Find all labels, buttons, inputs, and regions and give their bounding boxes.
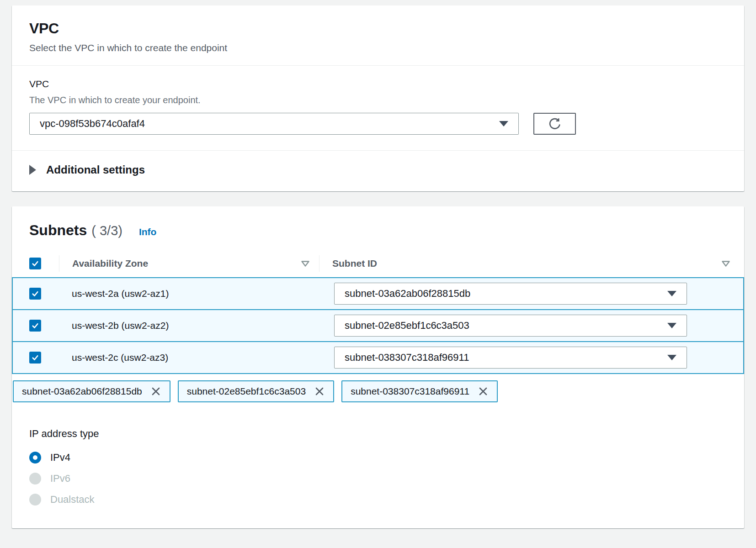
vpc-select-value: vpc-098f53b674c0afaf4: [40, 118, 145, 130]
availability-zone-cell: us-west-2a (usw2-az1): [59, 288, 319, 299]
check-icon: [31, 353, 39, 362]
check-icon: [31, 259, 39, 268]
dismiss-token-button[interactable]: [478, 386, 489, 397]
additional-settings-label: Additional settings: [46, 163, 145, 176]
radio-label-ipv6: IPv6: [50, 473, 70, 485]
row-checkbox[interactable]: [29, 352, 41, 364]
radio-disabled-icon: [29, 494, 41, 506]
ip-address-type-label: IP address type: [29, 428, 727, 440]
subnets-count: ( 3/3): [91, 223, 122, 238]
close-icon: [478, 386, 489, 397]
subnet-id-select[interactable]: subnet-038307c318af96911: [334, 347, 687, 369]
info-link[interactable]: Info: [139, 227, 156, 237]
chevron-down-icon: [667, 291, 676, 296]
subnets-table-header: Availability Zone Subnet ID: [12, 249, 744, 278]
row-checkbox[interactable]: [29, 320, 41, 332]
subnets-table-rows: us-west-2a (usw2-az1) subnet-03a62ab06f2…: [12, 278, 744, 374]
sort-icon[interactable]: [301, 260, 310, 267]
column-header-subnet-id: Subnet ID: [332, 258, 377, 269]
subnet-token: subnet-03a62ab06f28815db: [13, 380, 170, 402]
subnet-token-label: subnet-02e85ebf1c6c3a503: [187, 386, 306, 397]
select-all-checkbox[interactable]: [29, 258, 41, 269]
check-icon: [31, 321, 39, 330]
sort-icon[interactable]: [721, 260, 730, 267]
radio-option-dualstack: Dualstack: [29, 489, 727, 510]
vpc-select[interactable]: vpc-098f53b674c0afaf4: [29, 113, 519, 135]
chevron-down-icon: [667, 355, 676, 360]
radio-label-dualstack: Dualstack: [50, 494, 95, 506]
subnet-token-group: subnet-03a62ab06f28815db subnet-02e85ebf…: [13, 380, 744, 402]
refresh-button[interactable]: [533, 113, 576, 135]
subnet-id-select[interactable]: subnet-03a62ab06f28815db: [334, 283, 687, 305]
vpc-card-subtitle: Select the VPC in which to create the en…: [29, 42, 727, 53]
table-row: us-west-2a (usw2-az1) subnet-03a62ab06f2…: [12, 277, 744, 310]
subnets-card-header: Subnets( 3/3) Info: [12, 206, 744, 249]
radio-disabled-icon: [29, 473, 41, 485]
subnet-id-select[interactable]: subnet-02e85ebf1c6c3a503: [334, 315, 687, 337]
subnet-token-label: subnet-038307c318af96911: [351, 386, 469, 397]
vpc-field-label: VPC: [29, 79, 727, 90]
subnet-id-select-value: subnet-03a62ab06f28815db: [345, 288, 470, 300]
subnet-token: subnet-038307c318af96911: [341, 380, 498, 402]
close-icon: [314, 386, 325, 397]
subnet-id-select-value: subnet-02e85ebf1c6c3a503: [345, 320, 469, 332]
vpc-card-title: VPC: [29, 20, 727, 37]
vpc-card-body: VPC The VPC in which to create your endp…: [12, 66, 744, 150]
dismiss-token-button[interactable]: [314, 386, 325, 397]
close-icon: [150, 386, 161, 397]
vpc-field-description: The VPC in which to create your endpoint…: [29, 95, 727, 105]
vpc-card-header: VPC Select the VPC in which to create th…: [12, 5, 744, 65]
radio-selected-icon[interactable]: [29, 452, 41, 464]
additional-settings-expander[interactable]: Additional settings: [29, 163, 145, 176]
subnets-card-title: Subnets( 3/3): [29, 222, 122, 239]
vpc-card: VPC Select the VPC in which to create th…: [12, 5, 744, 191]
subnet-token-label: subnet-03a62ab06f28815db: [22, 386, 142, 397]
chevron-down-icon: [667, 323, 676, 328]
subnet-id-select-value: subnet-038307c318af96911: [345, 352, 469, 364]
subnets-card: Subnets( 3/3) Info Availability Zone Sub…: [12, 206, 744, 528]
subnet-token: subnet-02e85ebf1c6c3a503: [178, 380, 334, 402]
availability-zone-cell: us-west-2c (usw2-az3): [59, 352, 319, 363]
dismiss-token-button[interactable]: [150, 386, 161, 397]
table-row: us-west-2c (usw2-az3) subnet-038307c318a…: [12, 341, 744, 374]
check-icon: [31, 290, 39, 298]
triangle-right-icon: [29, 165, 36, 175]
row-checkbox[interactable]: [29, 288, 41, 300]
refresh-icon: [548, 117, 562, 131]
radio-option-ipv4[interactable]: IPv4: [29, 447, 727, 468]
radio-option-ipv6: IPv6: [29, 468, 727, 489]
availability-zone-cell: us-west-2b (usw2-az2): [59, 320, 319, 331]
table-row: us-west-2b (usw2-az2) subnet-02e85ebf1c6…: [12, 309, 744, 342]
ip-address-type-section: IP address type IPv4 IPv6 Dualstack: [12, 402, 744, 510]
chevron-down-icon: [499, 121, 508, 126]
column-header-availability-zone: Availability Zone: [72, 258, 148, 269]
radio-label-ipv4: IPv4: [50, 452, 70, 464]
